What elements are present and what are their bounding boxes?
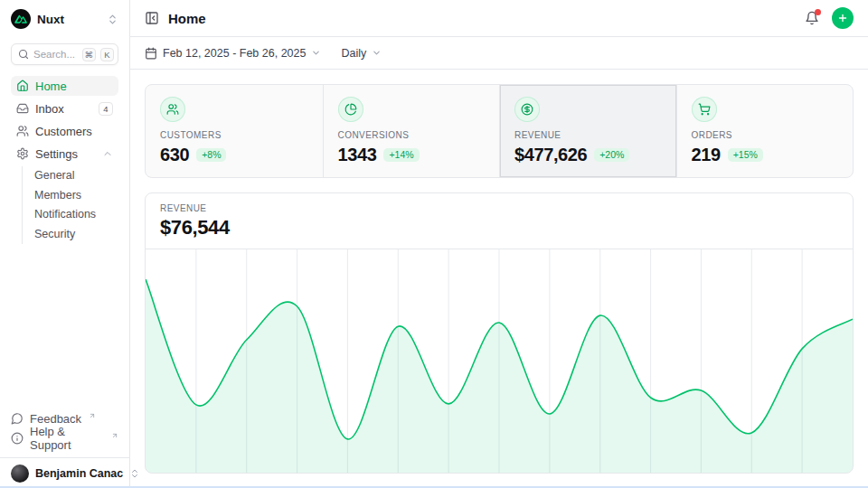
stat-delta-badge: +20% <box>594 148 629 163</box>
filterbar: Feb 12, 2025 - Feb 26, 2025 Daily <box>130 37 868 70</box>
nuxt-logo-icon <box>11 9 31 29</box>
sidebar-item-label: Customers <box>35 125 92 138</box>
pie-chart-icon <box>338 97 363 122</box>
sidebar: Nuxt Search... ⌘ K Home <box>0 0 130 488</box>
topbar: Home <box>130 0 868 37</box>
calendar-icon <box>145 47 157 60</box>
workspace-switcher[interactable]: Nuxt <box>11 7 118 31</box>
shopping-cart-icon <box>692 97 717 122</box>
stat-value: 219 <box>692 145 721 165</box>
chevron-up-icon <box>102 148 113 159</box>
info-icon <box>11 432 24 445</box>
revenue-chart-card: REVENUE $76,544 14 Feb16 Feb18 Feb20 Feb… <box>145 192 854 474</box>
external-link-icon <box>111 432 118 439</box>
command-kbd: ⌘ <box>82 48 97 61</box>
notification-dot <box>815 9 821 15</box>
stat-orders[interactable]: ORDERS 219 +15% <box>676 85 854 177</box>
sidebar-item-label: Settings <box>35 147 78 161</box>
feedback-label: Feedback <box>30 412 81 426</box>
main-area: Home Feb 12, 2025 - Feb 26, 2025 <box>130 0 868 488</box>
revenue-area-chart[interactable]: 14 Feb16 Feb18 Feb20 Feb22 Feb24 Feb <box>146 249 853 474</box>
workspace-name: Nuxt <box>37 13 64 26</box>
sidebar-item-label: Inbox <box>35 102 64 116</box>
chart-title: REVENUE <box>160 203 838 213</box>
stat-label: CONVERSIONS <box>338 130 486 140</box>
stat-customers[interactable]: CUSTOMERS 630 +8% <box>146 85 323 177</box>
stat-label: REVENUE <box>514 130 662 140</box>
k-kbd: K <box>100 48 114 61</box>
help-support-label: Help & Support <box>30 425 104 452</box>
search-input[interactable]: Search... ⌘ K <box>11 43 118 65</box>
message-circle-icon <box>11 412 24 425</box>
stat-value: 1343 <box>338 145 377 165</box>
add-button[interactable] <box>832 7 854 29</box>
search-placeholder: Search... <box>33 49 78 60</box>
sidebar-item-home[interactable]: Home <box>11 76 118 96</box>
chevron-down-icon <box>372 48 382 58</box>
chart-current-value: $76,544 <box>160 216 838 239</box>
stat-value: $477,626 <box>514 145 587 165</box>
date-range-label: Feb 12, 2025 - Feb 26, 2025 <box>163 47 306 60</box>
user-menu[interactable]: Benjamin Canac <box>11 458 118 488</box>
topbar-actions <box>805 7 854 29</box>
user-name: Benjamin Canac <box>35 467 123 480</box>
stat-conversions[interactable]: CONVERSIONS 1343 +14% <box>323 85 500 177</box>
chevron-down-icon <box>311 48 321 58</box>
sidebar-subitem-security[interactable]: Security <box>34 225 118 245</box>
sidebar-footer: Feedback Help & Support <box>11 408 118 454</box>
app-window: Nuxt Search... ⌘ K Home <box>0 0 868 488</box>
avatar <box>11 465 29 483</box>
date-range-picker[interactable]: Feb 12, 2025 - Feb 26, 2025 <box>145 47 321 60</box>
stat-delta-badge: +8% <box>196 148 226 163</box>
sidebar-item-customers[interactable]: Customers <box>11 121 118 141</box>
search-icon <box>18 49 29 60</box>
users-icon <box>160 97 185 122</box>
help-support-link[interactable]: Help & Support <box>11 428 118 448</box>
dashboard-content: CUSTOMERS 630 +8% CONVERSIONS 1343 +14% <box>130 70 868 488</box>
stat-delta-badge: +14% <box>383 148 419 163</box>
inbox-count-badge: 4 <box>99 102 113 116</box>
sidebar-subitem-notifications[interactable]: Notifications <box>34 205 118 225</box>
gear-icon <box>16 147 29 160</box>
granularity-label: Daily <box>341 47 366 60</box>
sidebar-subitem-general[interactable]: General <box>34 166 118 186</box>
stats-panel: CUSTOMERS 630 +8% CONVERSIONS 1343 +14% <box>145 84 854 178</box>
stat-label: CUSTOMERS <box>160 130 308 140</box>
sidebar-nav: Home Inbox 4 Customers Settings <box>11 76 118 246</box>
panel-left-close-icon[interactable] <box>145 11 159 25</box>
stat-label: ORDERS <box>692 130 839 140</box>
home-icon <box>16 80 29 92</box>
sidebar-subitem-members[interactable]: Members <box>34 186 118 206</box>
sidebar-item-label: Home <box>35 80 67 93</box>
dollar-circle-icon <box>514 97 540 122</box>
sidebar-item-inbox[interactable]: Inbox 4 <box>11 99 118 118</box>
granularity-select[interactable]: Daily <box>341 47 382 60</box>
stat-delta-badge: +15% <box>728 148 763 163</box>
settings-subnav: General Members Notifications Security <box>22 166 118 244</box>
users-icon <box>16 125 29 137</box>
external-link-icon <box>89 412 96 419</box>
sidebar-item-settings[interactable]: Settings <box>11 144 118 164</box>
stat-revenue[interactable]: REVENUE $477,626 +20% <box>499 85 676 177</box>
inbox-icon <box>16 102 29 115</box>
page-title: Home <box>168 11 206 26</box>
plus-icon <box>837 13 848 23</box>
chevrons-up-down-icon <box>107 14 118 25</box>
chart-header: REVENUE $76,544 <box>146 193 853 249</box>
notifications-button[interactable] <box>805 11 819 25</box>
stat-value: 630 <box>160 145 189 165</box>
